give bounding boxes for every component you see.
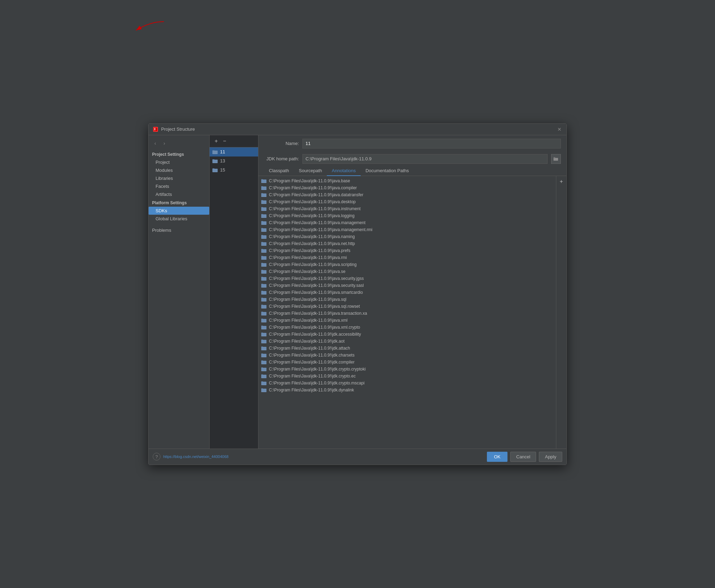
file-folder-icon — [261, 381, 267, 385]
file-folder-icon — [261, 276, 267, 281]
tab-sourcepath[interactable]: Sourcepath — [294, 166, 327, 176]
file-list-item[interactable]: C:\Program Files\Java\jdk-11.0.9!\jdk.ac… — [258, 331, 556, 338]
sdk-add-button[interactable]: + — [212, 137, 220, 145]
svg-rect-39 — [261, 228, 266, 231]
file-list-item[interactable]: C:\Program Files\Java\jdk-11.0.9!\jdk.cr… — [258, 380, 556, 387]
dialog-title: Project Structure — [161, 127, 554, 132]
sdk-list-panel: + − 11 13 — [210, 135, 258, 449]
file-folder-icon — [261, 332, 267, 336]
svg-rect-96 — [261, 361, 266, 364]
file-list-item[interactable]: C:\Program Files\Java\jdk-11.0.9!\java.m… — [258, 226, 556, 233]
file-list-item[interactable]: C:\Program Files\Java\jdk-11.0.9!\java.x… — [258, 324, 556, 331]
file-list-item[interactable]: C:\Program Files\Java\jdk-11.0.9!\java.r… — [258, 254, 556, 261]
file-list-item[interactable]: C:\Program Files\Java\jdk-11.0.9!\java.s… — [258, 275, 556, 282]
svg-rect-21 — [261, 186, 266, 190]
cancel-button[interactable]: Cancel — [510, 452, 536, 462]
folder-browse-icon — [554, 157, 558, 161]
close-button[interactable]: ✕ — [557, 127, 562, 132]
svg-rect-51 — [261, 256, 266, 259]
sidebar-item-global-libraries[interactable]: Global Libraries — [149, 215, 209, 223]
file-list-item[interactable]: C:\Program Files\Java\jdk-11.0.9!\java.d… — [258, 198, 556, 205]
svg-rect-72 — [261, 305, 266, 308]
help-button[interactable]: ? — [153, 453, 160, 460]
file-folder-icon — [261, 235, 267, 239]
file-list-item[interactable]: C:\Program Files\Java\jdk-11.0.9!\jdk.dy… — [258, 387, 556, 394]
file-list-item[interactable]: C:\Program Files\Java\jdk-11.0.9!\jdk.co… — [258, 359, 556, 366]
file-list-item[interactable]: C:\Program Files\Java\jdk-11.0.9!\jdk.ao… — [258, 338, 556, 345]
name-input[interactable] — [302, 139, 561, 148]
sdk-item-15[interactable]: 15 — [210, 166, 258, 175]
file-folder-icon — [261, 346, 267, 350]
sidebar-item-artifacts[interactable]: Artifacts — [149, 190, 209, 198]
sdk-list-toolbar: + − — [210, 135, 258, 147]
svg-rect-24 — [261, 193, 266, 197]
sidebar-item-modules[interactable]: Modules — [149, 166, 209, 174]
sidebar-item-libraries[interactable]: Libraries — [149, 174, 209, 182]
file-list-item[interactable]: C:\Program Files\Java\jdk-11.0.9!\java.s… — [258, 282, 556, 289]
sidebar-item-sdks[interactable]: SDKs — [149, 207, 209, 215]
svg-rect-84 — [261, 333, 266, 336]
svg-rect-18 — [261, 180, 266, 183]
file-list-item[interactable]: C:\Program Files\Java\jdk-11.0.9!\java.b… — [258, 177, 556, 184]
file-list-item[interactable]: C:\Program Files\Java\jdk-11.0.9!\java.s… — [258, 303, 556, 310]
file-folder-icon — [261, 311, 267, 315]
svg-rect-54 — [261, 263, 266, 266]
file-list-item[interactable]: C:\Program Files\Java\jdk-11.0.9!\java.d… — [258, 191, 556, 198]
file-list-item[interactable]: C:\Program Files\Java\jdk-11.0.9!\java.i… — [258, 205, 556, 212]
tab-documentation-paths[interactable]: Documentation Paths — [361, 166, 414, 176]
sdk-list-items: 11 13 15 — [210, 147, 258, 449]
svg-rect-75 — [261, 312, 266, 315]
file-list-item[interactable]: C:\Program Files\Java\jdk-11.0.9!\java.c… — [258, 184, 556, 191]
jdk-path-row: JDK home path: — [258, 152, 566, 166]
svg-rect-2 — [155, 129, 155, 130]
file-list-item[interactable]: C:\Program Files\Java\jdk-11.0.9!\java.x… — [258, 317, 556, 324]
file-list-item[interactable]: C:\Program Files\Java\jdk-11.0.9!\jdk.cr… — [258, 366, 556, 373]
file-list-item[interactable]: C:\Program Files\Java\jdk-11.0.9!\java.n… — [258, 240, 556, 247]
project-settings-header: Project Settings — [149, 150, 209, 158]
sidebar-item-problems[interactable]: Problems — [149, 226, 209, 235]
ok-button[interactable]: OK — [487, 452, 507, 462]
file-list-item[interactable]: C:\Program Files\Java\jdk-11.0.9!\java.t… — [258, 310, 556, 317]
file-list-item[interactable]: C:\Program Files\Java\jdk-11.0.9!\java.s… — [258, 289, 556, 296]
file-add-button[interactable]: + — [557, 177, 566, 186]
svg-rect-78 — [261, 319, 266, 322]
file-folder-icon — [261, 290, 267, 295]
sdk-item-11[interactable]: 11 — [210, 147, 258, 156]
sidebar-item-project[interactable]: Project — [149, 158, 209, 166]
forward-button[interactable]: › — [160, 139, 168, 147]
sdk-item-13[interactable]: 13 — [210, 156, 258, 166]
project-structure-dialog: Project Structure ✕ ‹ › Project Settings… — [148, 123, 567, 465]
file-list-item[interactable]: C:\Program Files\Java\jdk-11.0.9!\java.s… — [258, 268, 556, 275]
file-folder-icon — [261, 262, 267, 267]
sidebar-item-facets[interactable]: Facets — [149, 182, 209, 190]
svg-rect-105 — [261, 382, 266, 385]
tab-annotations[interactable]: Annotations — [327, 166, 361, 176]
tab-classpath[interactable]: Classpath — [264, 166, 294, 176]
sdk-folder-icon-13 — [212, 158, 218, 164]
file-list-item[interactable]: C:\Program Files\Java\jdk-11.0.9!\java.s… — [258, 296, 556, 303]
file-folder-icon — [261, 283, 267, 288]
file-list-item[interactable]: C:\Program Files\Java\jdk-11.0.9!\java.n… — [258, 233, 556, 240]
file-list-item[interactable]: C:\Program Files\Java\jdk-11.0.9!\java.m… — [258, 219, 556, 226]
file-list-item[interactable]: C:\Program Files\Java\jdk-11.0.9!\jdk.ch… — [258, 352, 556, 359]
sdk-remove-button[interactable]: − — [221, 137, 228, 145]
back-button[interactable]: ‹ — [151, 139, 159, 147]
file-list-toolbar: + — [556, 176, 566, 449]
apply-button[interactable]: Apply — [539, 452, 562, 462]
dialog-body: ‹ › Project Settings Project Modules Lib… — [149, 135, 566, 449]
svg-rect-93 — [261, 354, 266, 357]
browse-button[interactable] — [551, 154, 561, 164]
jdk-path-input[interactable] — [302, 154, 548, 164]
svg-rect-63 — [261, 284, 266, 287]
file-list-item[interactable]: C:\Program Files\Java\jdk-11.0.9!\jdk.cr… — [258, 373, 556, 380]
file-list-item[interactable]: C:\Program Files\Java\jdk-11.0.9!\java.s… — [258, 261, 556, 268]
file-list-item[interactable]: C:\Program Files\Java\jdk-11.0.9!\jdk.at… — [258, 345, 556, 352]
file-folder-icon — [261, 242, 267, 246]
footer-buttons: OK Cancel Apply — [487, 452, 562, 462]
name-label: Name: — [264, 141, 299, 146]
file-list-item[interactable]: C:\Program Files\Java\jdk-11.0.9!\java.l… — [258, 212, 556, 219]
file-list-item[interactable]: C:\Program Files\Java\jdk-11.0.9!\java.p… — [258, 247, 556, 254]
file-folder-icon — [261, 255, 267, 260]
svg-rect-48 — [261, 249, 266, 252]
footer-link[interactable]: https://blog.csdn.net/weixin_44004068 — [163, 455, 228, 459]
